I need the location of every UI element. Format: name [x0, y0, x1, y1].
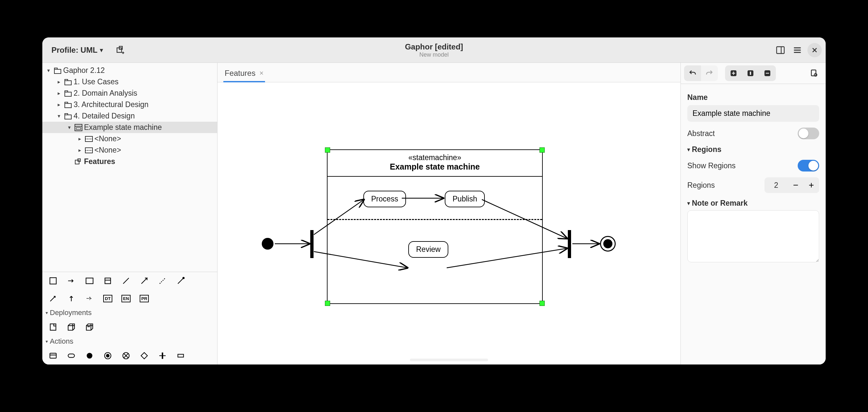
regions-increment-button[interactable]: +: [804, 177, 819, 193]
tree-row-root[interactable]: ▾ Gaphor 2.12: [42, 65, 217, 76]
hamburger-menu-button[interactable]: [790, 43, 804, 57]
stereotype-label: «statemachine»: [328, 153, 542, 162]
svg-rect-26: [162, 352, 163, 359]
sidebar-left: ▾ Gaphor 2.12 ▸ 1. Use Cases ▸: [42, 63, 217, 365]
profile-dropdown[interactable]: Profile: UML: [46, 43, 108, 57]
toolbox-fork[interactable]: [156, 350, 169, 362]
tree-row-package[interactable]: ▾ 4. Detailed Design: [42, 110, 217, 122]
state-process[interactable]: Process: [363, 191, 406, 207]
package-icon: [64, 78, 72, 86]
toolbox-item[interactable]: [101, 275, 114, 287]
tree-row-package[interactable]: ▸ 1. Use Cases: [42, 76, 217, 88]
abstract-label: Abstract: [687, 129, 715, 138]
show-regions-toggle[interactable]: [798, 160, 819, 171]
headerbar: Profile: UML Gaphor [edited] New model: [42, 37, 826, 63]
toolbox-object[interactable]: [175, 350, 187, 362]
toolbox-node[interactable]: [65, 321, 78, 333]
abstract-toggle[interactable]: [798, 128, 819, 139]
svg-rect-29: [178, 354, 183, 357]
hamburger-icon: [793, 45, 802, 55]
region-divider: [328, 219, 542, 220]
toolbox-decision[interactable]: [138, 350, 150, 362]
toolbox-flowfinal[interactable]: [120, 350, 132, 362]
package-icon: [64, 112, 72, 120]
toolbox-item[interactable]: [175, 275, 187, 287]
toolbox-badge-en[interactable]: EN: [120, 292, 132, 305]
toolbox-item[interactable]: [83, 292, 96, 305]
tree-label: <None>: [94, 146, 121, 155]
toolbox-item[interactable]: [65, 275, 78, 287]
undo-button[interactable]: [684, 65, 701, 81]
chevron-right-icon: ▸: [55, 79, 63, 85]
state-review[interactable]: Review: [408, 241, 448, 258]
inspector-toggle-button[interactable]: [805, 65, 823, 81]
svg-rect-11: [75, 160, 79, 164]
chevron-right-icon: ▸: [76, 136, 83, 142]
toolbox-item[interactable]: [120, 275, 132, 287]
regions-count-value[interactable]: 2: [765, 178, 788, 193]
svg-rect-14: [86, 278, 93, 283]
toolbox-artifact[interactable]: [47, 321, 59, 333]
resize-handle[interactable]: [539, 148, 545, 153]
svg-rect-33: [731, 70, 737, 76]
toolbox-item[interactable]: [83, 275, 96, 287]
toolbox-action[interactable]: [65, 350, 78, 362]
tree-row-diagram[interactable]: Features: [42, 156, 217, 167]
resize-handle[interactable]: [325, 148, 330, 153]
sidebar-toggle-button[interactable]: [774, 43, 787, 57]
svg-point-38: [814, 73, 817, 76]
fork-bar[interactable]: [310, 230, 313, 258]
statemachine-frame[interactable]: «statemachine» Example state machine Pro…: [327, 149, 543, 304]
note-section-header[interactable]: Note or Remark: [687, 199, 819, 208]
zoom-in-button[interactable]: [725, 65, 742, 81]
toolbox-device[interactable]: [83, 321, 96, 333]
redo-icon: [706, 69, 713, 77]
regions-decrement-button[interactable]: −: [788, 177, 804, 193]
redo-button[interactable]: [701, 65, 718, 81]
toolbox-section-deployments[interactable]: Deployments: [42, 307, 217, 318]
toolbox-final[interactable]: [101, 350, 114, 362]
zoom-out-button[interactable]: [759, 65, 776, 81]
state-publish[interactable]: Publish: [445, 191, 485, 207]
svg-rect-18: [50, 324, 56, 330]
package-icon: [53, 66, 62, 75]
toolbox-item[interactable]: [156, 275, 169, 287]
note-textarea[interactable]: [687, 210, 819, 262]
toolbox-item[interactable]: [138, 275, 150, 287]
tab-features[interactable]: Features ×: [223, 65, 265, 82]
initial-node[interactable]: [262, 238, 274, 250]
toolbox-section-actions[interactable]: Actions: [42, 336, 217, 347]
svg-rect-36: [765, 70, 770, 76]
window-close-button[interactable]: [807, 43, 822, 57]
toolbox-initial[interactable]: [83, 350, 96, 362]
undo-icon: [689, 69, 696, 77]
toolbox-item[interactable]: [65, 292, 78, 305]
tree-row-region[interactable]: ▸ <None>: [42, 133, 217, 145]
new-diagram-icon: [116, 45, 125, 55]
tree-row-statemachine[interactable]: ▾ Example state machine: [42, 122, 217, 133]
name-label: Name: [687, 93, 819, 102]
regions-section-header[interactable]: Regions: [687, 145, 819, 154]
toolbox: DT EN PR Deployments Actions: [42, 272, 217, 365]
show-regions-label: Show Regions: [687, 161, 736, 170]
toolbox-badge-dt[interactable]: DT: [101, 292, 114, 305]
tree-row-package[interactable]: ▸ 2. Domain Analysis: [42, 88, 217, 99]
new-diagram-button[interactable]: [114, 43, 128, 57]
toolbox-item[interactable]: [47, 275, 59, 287]
name-input[interactable]: [687, 105, 819, 122]
svg-point-22: [87, 353, 92, 358]
inspector-toolbar: [681, 63, 826, 84]
canvas-scroll-handle[interactable]: [227, 359, 671, 362]
tree-row-region[interactable]: ▸ <None>: [42, 145, 217, 156]
tree-row-package[interactable]: ▸ 3. Architectural Design: [42, 99, 217, 110]
toolbox-badge-pr[interactable]: PR: [138, 292, 150, 305]
tab-close-button[interactable]: ×: [259, 69, 264, 77]
regions-count-spinbox: 2 − +: [765, 177, 819, 193]
toolbox-activity[interactable]: [47, 350, 59, 362]
search-document-icon: [810, 69, 818, 77]
diagram-canvas[interactable]: «statemachine» Example state machine Pro…: [217, 82, 680, 365]
toolbox-item[interactable]: [47, 292, 59, 305]
join-bar[interactable]: [568, 230, 571, 258]
zoom-100-button[interactable]: [742, 65, 759, 81]
final-node[interactable]: [600, 236, 616, 252]
